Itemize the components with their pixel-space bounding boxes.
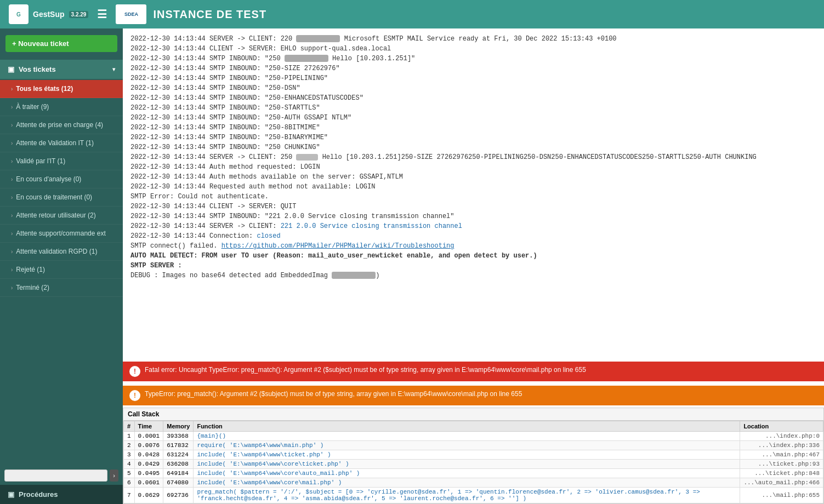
cell-function: preg_match( $pattern = '/:/', $subject =…: [194, 488, 740, 503]
sidebar-item-en-cours-analyse[interactable]: › En cours d'analyse (0): [0, 170, 123, 188]
sidebar-item-label: Rejeté (1): [16, 266, 45, 273]
sidebar-item-label: Validé par l'IT (1): [16, 157, 65, 165]
table-row: 5 0.0495 649184 include( 'E:\wamp64\www\…: [124, 469, 823, 478]
col-memory: Memory: [163, 421, 194, 432]
cell-location: ...\auto_mail.php:466: [740, 478, 823, 488]
cell-time: 0.0601: [134, 478, 163, 488]
sidebar-item-attente-rgpd[interactable]: › Attente validation RGPD (1): [0, 243, 123, 261]
chevron-right-icon: ›: [11, 158, 13, 164]
log-line: 2022-12-30 14:13:44 SMTP INBOUND: "250-P…: [130, 73, 816, 83]
cell-function: include( 'E:\wamp64\www\core\mail.php' ): [194, 478, 740, 488]
log-line: 2022-12-30 14:13:44 SMTP INBOUND: "250-S…: [130, 103, 816, 113]
instance-title: INSTANCE DE TEST: [153, 8, 266, 21]
cell-location: ...\index.php:0: [740, 432, 823, 441]
cell-memory: 631224: [163, 450, 194, 460]
sidebar-item-tous-etats[interactable]: › Tous les états (12): [0, 80, 123, 98]
log-line: 2022-12-30 14:13:44 SERVER -> CLIENT: 22…: [130, 221, 816, 231]
error-icon-red: !: [129, 366, 140, 377]
sidebar-item-termine[interactable]: › Terminé (2): [0, 279, 123, 297]
chevron-down-icon: ▾: [112, 66, 115, 72]
new-ticket-button[interactable]: + Nouveau ticket: [5, 35, 117, 52]
cell-num: 5: [124, 469, 135, 478]
cell-memory: 692736: [163, 488, 194, 503]
log-line: SMTP connect() failed. https://github.co…: [130, 241, 816, 251]
col-num: #: [124, 421, 135, 432]
log-line: 2022-12-30 14:13:44 SMTP INBOUND: "250 H…: [130, 54, 816, 64]
sidebar-item-a-traiter[interactable]: › À traiter (9): [0, 98, 123, 116]
sidebar-item-attente-validation-it[interactable]: › Attente de Validation IT (1): [0, 134, 123, 152]
log-line: 2022-12-30 14:13:44 SMTP INBOUND: "250-8…: [130, 123, 816, 133]
log-content: 2022-12-30 14:13:44 SERVER -> CLIENT: 22…: [123, 28, 824, 359]
table-row: 7 0.0629 692736 preg_match( $pattern = '…: [124, 488, 823, 503]
cell-num: 1: [124, 432, 135, 441]
log-line: 2022-12-30 14:13:44 Auth methods availab…: [130, 172, 816, 182]
log-line: 2022-12-30 14:13:44 Connection: closed: [130, 231, 816, 241]
chevron-right-icon: ›: [11, 176, 13, 182]
table-row: 1 0.0001 393368 {main}() ...\index.php:0: [124, 432, 823, 441]
cell-location: ...\main.php:467: [740, 450, 823, 460]
search-button[interactable]: ›: [110, 469, 118, 482]
log-line: 2022-12-30 14:13:44 SMTP INBOUND: "250-E…: [130, 93, 816, 103]
chevron-right-icon: ›: [11, 249, 13, 255]
cell-memory: 636208: [163, 460, 194, 469]
sidebar-item-attente-prise[interactable]: › Attente de prise en charge (4): [0, 116, 123, 134]
call-stack-header: Call Stack: [123, 408, 823, 421]
search-bar: ›: [0, 466, 123, 485]
sdea-logo-img: SDEA: [116, 4, 146, 24]
chevron-right-icon: ›: [11, 231, 13, 237]
blurred-ip2: [285, 55, 328, 62]
instance-logo: SDEA INSTANCE DE TEST: [116, 4, 266, 24]
sidebar-item-label: En cours d'analyse (0): [16, 175, 81, 183]
error-banner-red: ! Fatal error: Uncaught TypeError: preg_…: [123, 362, 824, 381]
sidebar-item-valide-it[interactable]: › Validé par l'IT (1): [0, 152, 123, 170]
sidebar-item-rejete[interactable]: › Rejeté (1): [0, 261, 123, 279]
cell-num: 2: [124, 441, 135, 450]
cell-time: 0.0076: [134, 441, 163, 450]
log-line: SMTP Error: Could not authenticate.: [130, 192, 816, 202]
blurred-ip: [296, 35, 340, 42]
search-input[interactable]: [4, 469, 107, 482]
error-icon-orange: !: [129, 390, 140, 401]
log-line: 2022-12-30 14:13:44 Requested auth metho…: [130, 182, 816, 192]
cell-memory: 393368: [163, 432, 194, 441]
chevron-right-icon: ›: [11, 104, 13, 110]
sidebar-item-label: En cours de traitement (0): [16, 193, 92, 201]
sidebar-menu: › Tous les états (12) › À traiter (9) › …: [0, 80, 123, 466]
sidebar-vos-tickets[interactable]: ▣ Vos tickets ▾: [0, 60, 123, 79]
procedures-label: Procédures: [19, 490, 58, 499]
phpmailer-link[interactable]: https://github.com/PHPMailer/PHPMailer/w…: [221, 242, 454, 250]
log-line: 2022-12-30 14:13:44 CLIENT -> SERVER: QU…: [130, 202, 816, 211]
cell-time: 0.0429: [134, 460, 163, 469]
sidebar-item-attente-support[interactable]: › Attente support/commande ext: [0, 225, 123, 243]
cell-num: 6: [124, 478, 135, 488]
sidebar-item-attente-retour-util[interactable]: › Attente retour utilisateur (2): [0, 207, 123, 225]
chevron-right-icon: ›: [11, 140, 13, 146]
logo-area: G GestSup 3.2.29 ☰: [9, 4, 107, 24]
log-line: 2022-12-30 14:13:44 SERVER -> CLIENT: 22…: [130, 34, 816, 44]
table-row: 4 0.0429 636208 include( 'E:\wamp64\www\…: [124, 460, 823, 469]
chevron-right-icon: ›: [11, 213, 13, 219]
blurred-img: [332, 272, 376, 279]
chevron-right-icon: ›: [11, 285, 13, 291]
cell-location: ...\ticket.php:93: [740, 460, 823, 469]
cell-num: 7: [124, 488, 135, 503]
log-line: AUTO MAIL DETECT: FROM user TO user (Rea…: [130, 251, 816, 261]
error-message-orange: TypeError: preg_match(): Argument #2 ($s…: [145, 390, 522, 398]
main-layout: + Nouveau ticket ▣ Vos tickets ▾ › Tous …: [0, 28, 824, 504]
sidebar-item-label: Terminé (2): [16, 284, 49, 291]
app-name: GestSup: [33, 10, 65, 19]
cell-time: 0.0495: [134, 469, 163, 478]
blue-text: 221 2.0.0 Service closing transmission c…: [281, 222, 462, 230]
chevron-right-icon: ›: [11, 122, 13, 128]
cell-memory: 649184: [163, 469, 194, 478]
content-area: 2022-12-30 14:13:44 SERVER -> CLIENT: 22…: [123, 28, 824, 504]
cell-num: 4: [124, 460, 135, 469]
sidebar: + Nouveau ticket ▣ Vos tickets ▾ › Tous …: [0, 28, 123, 504]
version-badge: 3.2.29: [69, 11, 89, 18]
sidebar-procedures[interactable]: ▣ Procédures: [0, 485, 123, 504]
hamburger-icon[interactable]: ☰: [97, 8, 107, 21]
sidebar-item-en-cours-traitement[interactable]: › En cours de traitement (0): [0, 188, 123, 207]
blurred-ip3: [296, 154, 318, 161]
chevron-right-icon: ›: [11, 86, 13, 92]
log-line: 2022-12-30 14:13:44 Auth method requeste…: [130, 162, 816, 172]
